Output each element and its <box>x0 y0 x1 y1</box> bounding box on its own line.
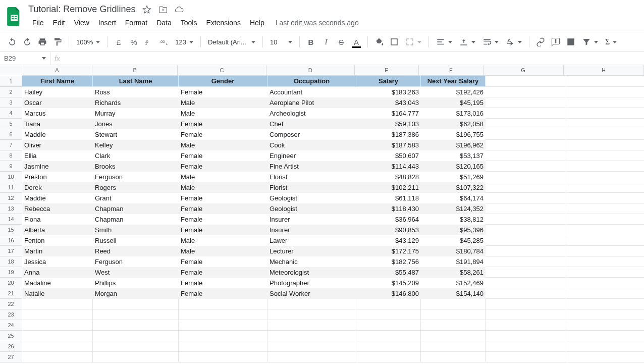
empty-cell[interactable] <box>93 341 179 352</box>
empty-cell[interactable] <box>566 140 644 150</box>
data-cell[interactable]: $107,322 <box>421 182 486 193</box>
row-header-18[interactable]: 18 <box>0 256 22 267</box>
empty-cell[interactable] <box>566 129 644 140</box>
empty-cell[interactable] <box>566 331 644 341</box>
empty-cell[interactable] <box>486 76 566 87</box>
data-cell[interactable]: Clark <box>93 150 179 161</box>
empty-cell[interactable] <box>486 150 566 161</box>
empty-cell[interactable] <box>566 278 644 288</box>
number-format-combo[interactable]: 123 <box>172 35 196 48</box>
empty-cell[interactable] <box>566 267 644 278</box>
data-cell[interactable]: Male <box>179 97 267 108</box>
data-cell[interactable]: Ross <box>93 87 179 97</box>
data-cell[interactable]: Male <box>179 108 267 119</box>
empty-cell[interactable] <box>566 288 644 299</box>
data-cell[interactable]: Male <box>179 235 267 246</box>
empty-cell[interactable] <box>566 309 644 320</box>
empty-cell[interactable] <box>486 267 566 278</box>
row-header-24[interactable]: 24 <box>0 320 22 331</box>
bold-icon[interactable]: B <box>304 35 318 49</box>
menu-insert[interactable]: Insert <box>94 17 120 29</box>
data-cell[interactable]: Russell <box>93 235 179 246</box>
empty-cell[interactable] <box>421 352 486 362</box>
empty-cell[interactable] <box>267 309 356 320</box>
row-header-6[interactable]: 6 <box>0 129 22 140</box>
sheets-logo[interactable] <box>6 6 22 27</box>
data-cell[interactable]: Murray <box>93 108 179 119</box>
row-header-5[interactable]: 5 <box>0 119 22 129</box>
empty-cell[interactable] <box>486 278 566 288</box>
insert-link-icon[interactable] <box>533 35 548 49</box>
data-cell[interactable]: Jasmine <box>22 161 93 172</box>
empty-cell[interactable] <box>356 320 421 331</box>
empty-cell[interactable] <box>566 193 644 203</box>
empty-cell[interactable] <box>486 140 566 150</box>
data-cell[interactable]: Kelley <box>93 140 179 150</box>
data-cell[interactable]: Natalie <box>22 288 93 299</box>
data-cell[interactable]: Female <box>179 278 267 288</box>
data-cell[interactable]: Preston <box>22 172 93 182</box>
data-cell[interactable]: Mechanic <box>267 256 356 267</box>
data-cell[interactable]: Maddie <box>22 193 93 203</box>
data-cell[interactable]: Male <box>179 182 267 193</box>
empty-cell[interactable] <box>486 299 566 309</box>
data-cell[interactable]: $124,352 <box>421 203 486 214</box>
data-cell[interactable]: Fiona <box>22 214 93 225</box>
row-header-11[interactable]: 11 <box>0 182 22 193</box>
empty-cell[interactable] <box>22 331 93 341</box>
col-header-G[interactable]: G <box>484 65 564 76</box>
empty-cell[interactable] <box>486 108 566 119</box>
insert-comment-icon[interactable] <box>549 35 563 49</box>
name-box[interactable]: B29 <box>0 52 50 65</box>
data-cell[interactable]: Hailey <box>22 87 93 97</box>
data-cell[interactable]: Alberta <box>22 225 93 235</box>
data-cell[interactable]: Female <box>179 267 267 278</box>
data-cell[interactable]: Madaline <box>22 278 93 288</box>
print-icon[interactable] <box>35 35 49 49</box>
undo-icon[interactable] <box>5 35 19 49</box>
star-icon[interactable] <box>142 5 151 14</box>
empty-cell[interactable] <box>566 76 644 87</box>
data-cell[interactable]: Archeologist <box>267 108 356 119</box>
select-all-corner[interactable] <box>0 65 22 75</box>
cloud-status-icon[interactable] <box>175 5 184 14</box>
empty-cell[interactable] <box>179 341 267 352</box>
empty-cell[interactable] <box>486 225 566 235</box>
data-cell[interactable]: Brooks <box>93 161 179 172</box>
empty-cell[interactable] <box>486 119 566 129</box>
row-header-3[interactable]: 3 <box>0 97 22 108</box>
data-cell[interactable]: Female <box>179 161 267 172</box>
vertical-align-icon[interactable] <box>456 35 478 48</box>
empty-cell[interactable] <box>486 182 566 193</box>
empty-cell[interactable] <box>566 341 644 352</box>
data-cell[interactable]: $187,386 <box>356 129 421 140</box>
data-cell[interactable]: Engineer <box>267 150 356 161</box>
menu-file[interactable]: File <box>28 17 48 29</box>
data-cell[interactable]: Male <box>179 140 267 150</box>
empty-cell[interactable] <box>179 299 267 309</box>
table-header-cell[interactable]: Next Year Salary <box>421 76 486 87</box>
data-cell[interactable]: Female <box>179 214 267 225</box>
row-header-1[interactable]: 1 <box>0 76 22 87</box>
empty-cell[interactable] <box>267 331 356 341</box>
data-cell[interactable]: $120,165 <box>421 161 486 172</box>
data-cell[interactable]: Chapman <box>93 203 179 214</box>
empty-cell[interactable] <box>267 320 356 331</box>
data-cell[interactable]: Martin <box>22 246 93 256</box>
row-header-8[interactable]: 8 <box>0 150 22 161</box>
data-cell[interactable]: $196,962 <box>421 140 486 150</box>
data-cell[interactable]: Rebecca <box>22 203 93 214</box>
empty-cell[interactable] <box>566 214 644 225</box>
text-wrap-icon[interactable] <box>479 35 502 48</box>
row-header-14[interactable]: 14 <box>0 214 22 225</box>
empty-cell[interactable] <box>566 320 644 331</box>
data-cell[interactable]: Oliver <box>22 140 93 150</box>
filter-icon[interactable] <box>579 35 601 48</box>
empty-cell[interactable] <box>486 203 566 214</box>
empty-cell[interactable] <box>566 150 644 161</box>
menu-format[interactable]: Format <box>121 17 151 29</box>
row-header-22[interactable]: 22 <box>0 299 22 309</box>
borders-icon[interactable] <box>387 35 401 49</box>
data-cell[interactable]: $61,118 <box>356 193 421 203</box>
col-header-H[interactable]: H <box>564 65 644 76</box>
